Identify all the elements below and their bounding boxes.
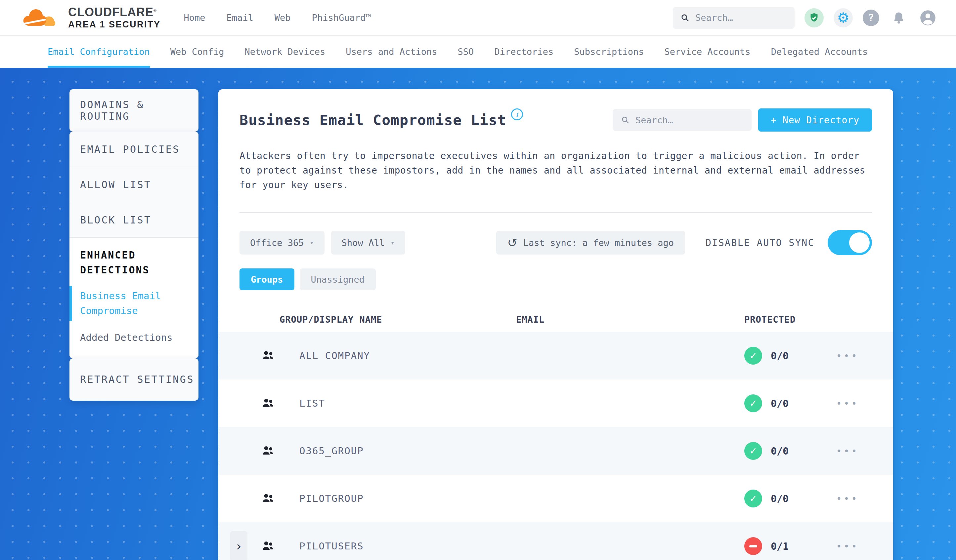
top-bar: CLOUDFLARE® AREA 1 SECURITY Home Email W… bbox=[0, 0, 956, 36]
global-search[interactable] bbox=[673, 7, 794, 29]
row-menu-button[interactable]: ••• bbox=[836, 350, 859, 361]
nav-home[interactable]: Home bbox=[184, 13, 205, 23]
shield-check-icon[interactable] bbox=[805, 8, 824, 27]
help-icon[interactable]: ? bbox=[863, 9, 879, 26]
chevron-down-icon: ▾ bbox=[391, 239, 395, 246]
page-background: DOMAINS & ROUTING EMAIL POLICIES ALLOW L… bbox=[0, 68, 956, 560]
column-header-protected: PROTECTED bbox=[714, 314, 814, 325]
protected-badge: ✓ bbox=[744, 489, 762, 507]
row-name: ALL COMPANY bbox=[285, 350, 483, 361]
chevron-down-icon: ▾ bbox=[310, 239, 314, 246]
tab-web-config[interactable]: Web Config bbox=[170, 36, 224, 68]
secondary-nav: Email Configuration Web Config Network D… bbox=[0, 36, 956, 68]
check-icon: ✓ bbox=[749, 445, 757, 456]
toggle-knob bbox=[849, 232, 870, 253]
tab-directories[interactable]: Directories bbox=[494, 36, 553, 68]
nav-web[interactable]: Web bbox=[275, 13, 291, 23]
group-people-icon bbox=[261, 491, 275, 506]
table-row[interactable]: › PILOTUSERS ✓ 0/1 ••• bbox=[219, 522, 893, 560]
sidebar-item-retract-settings[interactable]: RETRACT SETTINGS bbox=[69, 358, 198, 401]
sidebar-item-allow-list[interactable]: ALLOW LIST bbox=[69, 167, 198, 202]
tab-delegated-accounts[interactable]: Delegated Accounts bbox=[771, 36, 868, 68]
nav-phishguard[interactable]: PhishGuard™ bbox=[312, 13, 371, 23]
table-body: › ALL COMPANY ✓ 0/0 ••• › LIST bbox=[219, 332, 893, 560]
search-icon bbox=[621, 115, 629, 125]
group-people-icon bbox=[261, 396, 275, 411]
protected-badge: ✓ bbox=[744, 537, 762, 555]
tab-service-accounts[interactable]: Service Accounts bbox=[665, 36, 751, 68]
new-directory-button[interactable]: + New Directory bbox=[758, 108, 872, 132]
directory-type-dropdown[interactable]: Office 365 ▾ bbox=[239, 231, 324, 254]
tab-unassigned[interactable]: Unassigned bbox=[300, 268, 376, 290]
search-icon bbox=[681, 13, 689, 23]
nav-email[interactable]: Email bbox=[226, 13, 253, 23]
sidebar: DOMAINS & ROUTING EMAIL POLICIES ALLOW L… bbox=[69, 89, 198, 401]
directory-search-input[interactable] bbox=[635, 115, 743, 125]
topbar-right-cluster: ⚙ ? bbox=[673, 7, 937, 29]
groups-table: GROUP/DISPLAY NAME EMAIL PROTECTED › ALL… bbox=[219, 307, 893, 560]
auto-sync-toggle[interactable] bbox=[828, 230, 872, 255]
section-divider bbox=[239, 212, 872, 213]
sidebar-item-business-email-compromise[interactable]: Business Email Compromise bbox=[80, 289, 188, 318]
table-row[interactable]: › LIST ✓ 0/0 ••• bbox=[219, 380, 893, 427]
group-people-icon bbox=[261, 444, 275, 458]
protected-count: 0/1 bbox=[771, 541, 789, 552]
protected-count: 0/0 bbox=[771, 398, 789, 409]
sidebar-item-domains-routing[interactable]: DOMAINS & ROUTING bbox=[69, 89, 198, 132]
last-sync-label: Last sync: a few minutes ago bbox=[523, 238, 674, 248]
tab-sso[interactable]: SSO bbox=[458, 36, 474, 68]
table-row[interactable]: › ALL COMPANY ✓ 0/0 ••• bbox=[219, 332, 893, 380]
row-name: PILOTGROUP bbox=[285, 493, 483, 504]
sidebar-item-block-list[interactable]: BLOCK LIST bbox=[69, 202, 198, 238]
info-icon[interactable]: i bbox=[511, 108, 523, 120]
protected-badge: ✓ bbox=[744, 347, 762, 365]
user-icon[interactable] bbox=[918, 8, 937, 27]
column-header-name: GROUP/DISPLAY NAME bbox=[252, 314, 483, 325]
disable-auto-sync-label: DISABLE AUTO SYNC bbox=[706, 237, 814, 248]
gear-icon[interactable]: ⚙ bbox=[833, 8, 853, 27]
group-people-icon bbox=[261, 348, 275, 363]
directory-search[interactable] bbox=[613, 109, 752, 131]
table-row[interactable]: › PILOTGROUP ✓ 0/0 ••• bbox=[219, 475, 893, 522]
global-search-input[interactable] bbox=[695, 13, 787, 23]
row-name: LIST bbox=[285, 398, 483, 409]
main-panel: Business Email Compromise List i + New D… bbox=[219, 89, 893, 560]
table-row[interactable]: › O365_GROUP ✓ 0/0 ••• bbox=[219, 427, 893, 475]
check-icon: ✓ bbox=[749, 398, 757, 409]
brand-name: CLOUDFLARE® bbox=[68, 6, 161, 19]
row-name: PILOTUSERS bbox=[285, 541, 483, 552]
row-menu-button[interactable]: ••• bbox=[836, 493, 859, 504]
sidebar-item-email-policies[interactable]: EMAIL POLICIES bbox=[69, 132, 198, 167]
page-description: Attackers often try to impersonate execu… bbox=[239, 149, 872, 192]
column-header-email: EMAIL bbox=[483, 314, 714, 325]
row-expand-button[interactable]: › bbox=[230, 531, 247, 560]
check-icon: ✓ bbox=[749, 493, 757, 504]
tab-users-and-actions[interactable]: Users and Actions bbox=[346, 36, 437, 68]
show-filter-dropdown[interactable]: Show All ▾ bbox=[331, 231, 405, 254]
sidebar-item-enhanced-detections[interactable]: ENHANCED DETECTIONS bbox=[80, 248, 188, 278]
protected-count: 0/0 bbox=[771, 350, 789, 362]
cloudflare-logo[interactable]: CLOUDFLARE® AREA 1 SECURITY bbox=[20, 5, 161, 30]
row-menu-button[interactable]: ••• bbox=[836, 398, 859, 409]
tab-groups[interactable]: Groups bbox=[239, 268, 294, 290]
sync-refresh-icon: ↺ bbox=[508, 236, 517, 249]
check-icon: ✓ bbox=[749, 350, 757, 361]
cloudflare-cloud-icon bbox=[20, 5, 63, 30]
page-title: Business Email Compromise List bbox=[239, 112, 506, 128]
tab-subscriptions[interactable]: Subscriptions bbox=[574, 36, 644, 68]
sidebar-item-added-detections[interactable]: Added Detections bbox=[80, 330, 188, 345]
bell-icon[interactable] bbox=[889, 8, 908, 27]
protected-badge: ✓ bbox=[744, 442, 762, 460]
row-menu-button[interactable]: ••• bbox=[836, 541, 859, 552]
group-people-icon bbox=[261, 539, 275, 554]
row-name: O365_GROUP bbox=[285, 445, 483, 456]
primary-nav: Home Email Web PhishGuard™ bbox=[184, 13, 371, 23]
tab-network-devices[interactable]: Network Devices bbox=[244, 36, 325, 68]
protected-count: 0/0 bbox=[771, 445, 789, 457]
row-menu-button[interactable]: ••• bbox=[836, 445, 859, 456]
minus-icon bbox=[749, 545, 757, 547]
protected-badge: ✓ bbox=[744, 394, 762, 412]
last-sync-button[interactable]: ↺ Last sync: a few minutes ago bbox=[496, 231, 685, 254]
tab-email-configuration[interactable]: Email Configuration bbox=[48, 36, 150, 68]
table-header-row: GROUP/DISPLAY NAME EMAIL PROTECTED bbox=[219, 307, 893, 332]
